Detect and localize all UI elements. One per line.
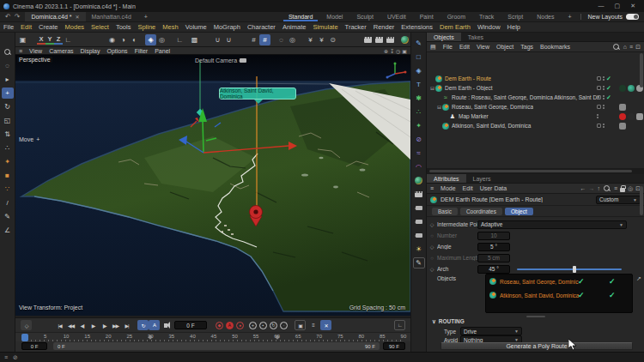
tag-icon[interactable] <box>619 113 626 120</box>
lock-icon[interactable] <box>620 185 625 192</box>
menu-dem-earth[interactable]: Dem Earth <box>436 23 474 31</box>
knife-tool-icon[interactable]: / <box>2 197 14 208</box>
menu-create[interactable]: Create <box>35 23 62 31</box>
close-tab-icon[interactable]: ✕ <box>75 14 79 20</box>
keyframe-button[interactable]: ◇ <box>21 320 32 330</box>
pen-tool-icon[interactable]: ✎ <box>2 211 14 222</box>
tag-icon[interactable] <box>619 123 626 130</box>
forward-icon[interactable]: → <box>588 185 594 191</box>
record-pla-toggle[interactable]: · <box>280 322 288 329</box>
axis-y-lock-icon[interactable]: Y <box>46 34 54 45</box>
environment-icon[interactable] <box>413 175 425 186</box>
render-team-icon[interactable] <box>385 34 396 45</box>
attributes-tab-attributes[interactable]: Attributes <box>427 174 466 183</box>
range-start-field[interactable]: 0 F <box>21 342 47 350</box>
expander-icon[interactable]: ⊟ <box>429 85 435 91</box>
render-region-icon[interactable]: ◑ <box>118 34 129 45</box>
texture-mode-icon[interactable]: ▩ <box>189 34 200 45</box>
text-object-icon[interactable]: T <box>413 79 425 90</box>
sound-button[interactable] <box>160 320 171 330</box>
property-field[interactable]: 10 <box>477 232 510 240</box>
attributes-scrollbar[interactable] <box>640 186 643 215</box>
workplane-mode-icon[interactable]: ∟ <box>174 34 185 45</box>
vp-zoom-icon[interactable]: ↧ <box>390 48 394 54</box>
undo-view-icon[interactable]: ▣ <box>17 34 28 45</box>
visibility-dots-icon[interactable] <box>603 95 605 100</box>
target-camera-icon[interactable] <box>413 216 425 227</box>
objects-menu-file[interactable]: File <box>440 44 456 50</box>
vp-maximize-icon[interactable]: ▣ <box>402 48 407 54</box>
property-bullet[interactable]: ◇ <box>427 244 437 250</box>
prev-key-button[interactable]: ◀◀ <box>65 320 76 330</box>
layout-tab-uvedit[interactable]: UVEdit <box>380 12 413 21</box>
pick-object-icon[interactable]: ↗ <box>636 275 641 282</box>
maximize-button[interactable]: ▢ <box>615 3 621 9</box>
layout-tab-track[interactable]: Track <box>472 12 501 21</box>
routing-section-header[interactable]: ∨ROUTING <box>432 318 465 325</box>
redo-icon[interactable]: ↷ <box>15 13 21 21</box>
goto-end-button[interactable]: ▶| <box>121 320 132 330</box>
enabled-check-icon[interactable]: ✓ <box>606 75 611 82</box>
tree-row[interactable]: ♟Map Marker <box>427 112 644 121</box>
zoom-tool-icon[interactable] <box>2 46 14 57</box>
objects-menu-object[interactable]: Object <box>493 44 517 50</box>
objects-tab-objects[interactable]: Objects <box>427 33 461 41</box>
fcurve-editor-button[interactable]: ∟ <box>394 320 405 330</box>
record-keyframe-button[interactable]: ◆ <box>216 322 223 329</box>
autokey-ring-icon[interactable]: ⊙ <box>327 34 338 45</box>
panel-splitter[interactable] <box>427 168 644 174</box>
select-cursor-icon[interactable]: ▸ <box>2 74 14 85</box>
grid-snap-icon[interactable]: # <box>248 34 259 45</box>
menu-animate[interactable]: Animate <box>279 23 310 31</box>
layout-tab-nodes[interactable]: Nodes <box>530 12 561 21</box>
tree-row[interactable]: ⊟Roseau, Saint George, Dominica <box>427 102 644 112</box>
prev-frame-button[interactable]: ◀| <box>76 320 88 330</box>
scale-tool-icon[interactable]: ◱ <box>2 115 14 126</box>
section-tab-object[interactable]: Object <box>505 208 533 215</box>
visibility-dots-icon[interactable] <box>597 114 598 118</box>
state-icon[interactable] <box>597 76 601 81</box>
back-icon[interactable]: ← <box>580 185 586 191</box>
cube-primitive-icon[interactable]: ◈ <box>413 65 425 76</box>
menu-edit[interactable]: Edit <box>17 23 35 31</box>
spline-effector-icon[interactable]: ≈ <box>413 148 425 159</box>
visibility-dots-icon[interactable] <box>603 86 605 90</box>
vp-rotate-icon[interactable]: ◷ <box>396 48 400 54</box>
vp-menu-cameras[interactable]: Cameras <box>46 48 76 54</box>
new-document-tab-button[interactable]: + <box>137 12 155 21</box>
close-button[interactable]: ✕ <box>630 3 635 9</box>
vp-pan-icon[interactable]: ⊕ <box>384 48 388 54</box>
material-icon[interactable]: ✎ <box>413 257 425 268</box>
key-icon[interactable]: ¥ <box>305 34 316 45</box>
tag-icon[interactable] <box>628 113 635 120</box>
home-icon[interactable]: ⌂ <box>623 44 627 50</box>
target-icon[interactable]: ◎ <box>628 185 633 192</box>
record-scale-toggle[interactable]: ▪ <box>259 322 267 329</box>
objects-menu-tags[interactable]: Tags <box>517 44 537 50</box>
autokey-button[interactable]: A <box>226 322 234 329</box>
range-end-field[interactable]: 90 F <box>383 342 405 350</box>
menu-extensions[interactable]: Extensions <box>398 23 436 31</box>
menu-modes[interactable]: Modes <box>62 23 88 31</box>
popout-icon[interactable]: ⊡ <box>635 44 641 51</box>
preset-dropdown[interactable]: Custom▼ <box>596 196 641 204</box>
fill-tool-icon[interactable]: ■ <box>2 170 14 181</box>
state-icon[interactable] <box>597 124 601 128</box>
transform-tool-icon[interactable]: ⇅ <box>2 129 14 140</box>
undo-icon[interactable]: ↶ <box>5 13 11 21</box>
search-icon[interactable] <box>603 184 611 193</box>
property-bullet[interactable]: ◇ <box>427 266 437 272</box>
tag-icon[interactable] <box>619 85 626 92</box>
visibility-dots-icon[interactable] <box>603 124 605 128</box>
filter-icon[interactable]: ≡ <box>629 44 633 50</box>
routing-dropdown[interactable]: Drive▼ <box>460 327 522 335</box>
attr-menu-edit[interactable]: Edit <box>459 185 477 191</box>
property-field[interactable]: 45 ° <box>477 265 510 274</box>
preview-range-bar[interactable]: 0 F90 F <box>53 342 380 350</box>
render-settings-icon[interactable]: ◐ <box>129 34 140 45</box>
objects-list-item[interactable]: Roseau, Saint George, Dominica✓✓ <box>486 275 632 288</box>
goto-start-button[interactable]: |◀ <box>54 320 65 330</box>
vp-menu-panel[interactable]: Panel <box>151 48 173 54</box>
layout-tab-standard[interactable]: Standard <box>282 12 319 21</box>
attr-menu-user-data[interactable]: User Data <box>477 185 511 191</box>
